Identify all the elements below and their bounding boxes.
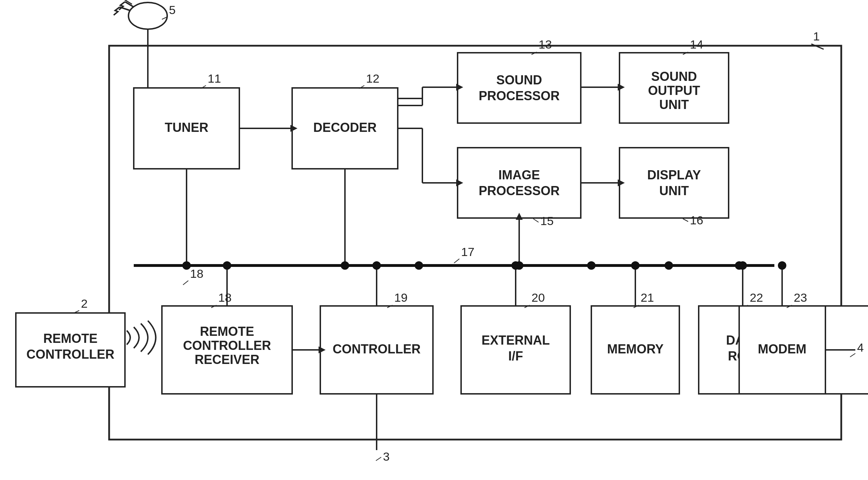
sound-processor-label-2: PROCESSOR <box>479 89 560 103</box>
ref-5: 5 <box>169 3 176 17</box>
sound-output-label-3: UNIT <box>659 97 689 112</box>
ref-17: 17 <box>461 245 474 258</box>
ref-1: 1 <box>813 30 820 43</box>
ref-3: 3 <box>383 450 390 463</box>
dot-rcr <box>223 261 231 270</box>
rc-receiver-label-1: REMOTE <box>200 324 254 339</box>
ref-11: 11 <box>208 72 221 85</box>
decoder-label: DECODER <box>313 120 377 135</box>
dot-extif <box>415 261 423 270</box>
display-unit-label-1: DISPLAY <box>647 168 701 182</box>
ref-12: 12 <box>366 72 379 85</box>
dot-extif2 <box>511 261 520 270</box>
external-if-label-1: EXTERNAL <box>482 333 550 347</box>
ref-21: 21 <box>641 291 654 304</box>
dot-tuner <box>182 261 191 270</box>
modem-label: MODEM <box>758 342 806 356</box>
ref-18-label: 18 <box>218 291 232 304</box>
dot-memory <box>587 261 596 270</box>
ref-19: 19 <box>394 291 408 304</box>
ref-18: 18 <box>190 267 203 280</box>
ref-4: 4 <box>857 341 864 354</box>
image-processor-label-1: IMAGE <box>498 168 540 182</box>
dot-memory2 <box>631 261 640 270</box>
image-processor-box <box>458 148 581 218</box>
external-if-label-2: I/F <box>508 349 523 363</box>
antenna-body <box>128 2 167 29</box>
rc-receiver-label-3: RECEIVER <box>195 352 259 367</box>
rc-receiver-label-2: CONTROLLER <box>183 338 271 353</box>
ref-14: 14 <box>690 38 703 51</box>
svg-line-18 <box>376 457 381 461</box>
sound-output-label-2: OUTPUT <box>648 83 700 98</box>
sound-processor-label-1: SOUND <box>496 73 542 87</box>
diagram-container: 1 5 TUNER 11 DECODER 12 SOUND PROCESSOR … <box>0 0 868 480</box>
memory-label: MEMORY <box>607 342 664 356</box>
tuner-label: TUNER <box>165 120 208 135</box>
dot-datarom2 <box>738 261 747 270</box>
ref-16: 16 <box>690 213 703 227</box>
ref-2: 2 <box>81 297 88 310</box>
dot-decoder <box>341 261 349 270</box>
dot-modem2 <box>778 261 786 270</box>
dot-controller <box>372 261 381 270</box>
display-unit-label-2: UNIT <box>659 184 689 198</box>
controller-label: CONTROLLER <box>333 342 421 356</box>
ref-15: 15 <box>540 214 554 228</box>
remote-controller-label-1: REMOTE <box>43 331 98 346</box>
sound-output-label-1: SOUND <box>651 69 697 84</box>
display-unit-box <box>619 148 729 218</box>
image-processor-label-2: PROCESSOR <box>479 184 560 198</box>
ref-23: 23 <box>794 291 807 304</box>
ref-13: 13 <box>539 38 552 51</box>
dot-datarom <box>665 261 673 270</box>
ref-22: 22 <box>750 291 763 304</box>
sound-processor-box <box>458 53 581 123</box>
ref-20: 20 <box>532 291 545 304</box>
remote-controller-label-2: CONTROLLER <box>26 347 114 361</box>
